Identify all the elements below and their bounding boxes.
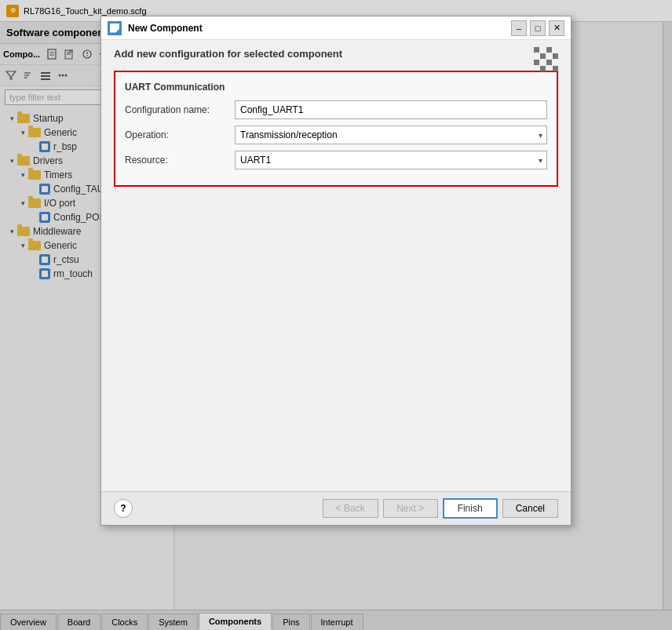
- dialog-content: UART Communication Configuration name: O…: [101, 64, 571, 491]
- dialog-footer: ? < Back Next > Finish Cancel: [101, 491, 571, 525]
- resource-row: Resource: UART0 UART1 UART2 ▾: [125, 151, 547, 169]
- dialog-titlebar-buttons: – □ ✕: [511, 20, 564, 36]
- operation-select-wrapper: Transmission/reception Transmission only…: [235, 126, 547, 144]
- dialog-spacer: [114, 196, 558, 479]
- grid-logo: [534, 47, 558, 71]
- resource-select-wrapper: UART0 UART1 UART2 ▾: [235, 151, 547, 169]
- operation-row: Operation: Transmission/reception Transm…: [125, 126, 547, 144]
- dialog-header: Add new configuration for selected compo…: [101, 40, 571, 64]
- operation-label: Operation:: [125, 129, 235, 140]
- new-component-dialog: New Component – □ ✕ Add new configuratio…: [100, 16, 572, 526]
- dialog-maximize-button[interactable]: □: [530, 20, 546, 36]
- finish-button[interactable]: Finish: [443, 498, 498, 519]
- cancel-button[interactable]: Cancel: [502, 499, 558, 518]
- config-name-label: Configuration name:: [125, 104, 235, 115]
- dialog-icon-inner: [110, 24, 119, 33]
- section-title: UART Communication: [125, 82, 547, 93]
- config-name-input[interactable]: [235, 100, 547, 119]
- back-button[interactable]: < Back: [323, 499, 378, 518]
- dialog-titlebar: New Component – □ ✕: [101, 16, 571, 40]
- config-section: UART Communication Configuration name: O…: [114, 71, 558, 187]
- next-button[interactable]: Next >: [383, 499, 438, 518]
- dialog-header-text: Add new configuration for selected compo…: [114, 48, 342, 60]
- dialog-title-icon: [108, 21, 122, 35]
- operation-select[interactable]: Transmission/reception Transmission only…: [235, 126, 547, 144]
- help-button[interactable]: ?: [114, 499, 133, 518]
- dialog-minimize-button[interactable]: –: [511, 20, 527, 36]
- resource-select[interactable]: UART0 UART1 UART2: [235, 151, 547, 169]
- dialog-title: New Component: [128, 23, 505, 34]
- dialog-overlay: New Component – □ ✕ Add new configuratio…: [0, 0, 672, 630]
- resource-label: Resource:: [125, 155, 235, 166]
- dialog-close-button[interactable]: ✕: [549, 20, 564, 36]
- config-name-row: Configuration name:: [125, 100, 547, 119]
